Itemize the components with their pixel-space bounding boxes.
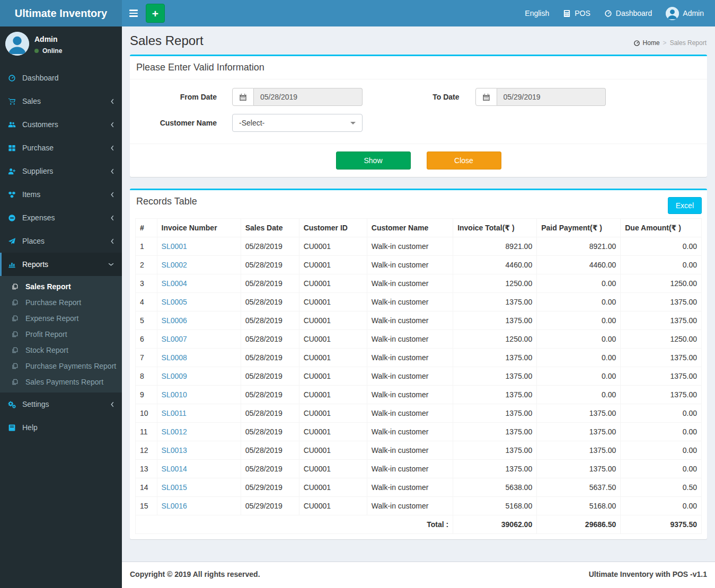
filter-form: From Date To Date (130, 79, 707, 144)
grid-icon (8, 144, 22, 152)
footer-copyright: Copyright © 2019 All rights reserved. (130, 570, 260, 578)
sidebar-item-customers[interactable]: Customers (0, 113, 122, 136)
dashboard-link[interactable]: Dashboard (597, 0, 659, 26)
table-cell: 1375.00 (621, 293, 702, 311)
table-total-row: Total :39062.0029686.509375.50 (136, 515, 702, 534)
invoice-link[interactable]: SL0006 (162, 316, 187, 325)
sidebar-subitem-label: Sales Payments Report (25, 378, 103, 386)
table-cell: 05/28/2019 (241, 460, 299, 478)
table-cell: 05/28/2019 (241, 386, 299, 404)
sidebar-subitem-profit-report[interactable]: Profit Report (0, 326, 122, 342)
sidebar-item-suppliers[interactable]: Suppliers (0, 159, 122, 183)
table-cell: CU0001 (299, 349, 367, 367)
table-cell: 8921.00 (453, 237, 537, 256)
invoice-link[interactable]: SL0009 (162, 372, 187, 380)
sidebar-item-label: Help (22, 423, 114, 432)
sidebar-item-reports[interactable]: Reports (0, 253, 122, 276)
table-cell: 0.00 (621, 423, 702, 441)
chevron-left-icon (110, 191, 114, 198)
sidebar-item-items[interactable]: Items (0, 183, 122, 206)
column-header-customer-id: Customer ID (299, 219, 367, 237)
row-index-cell: 3 (136, 274, 157, 293)
invoice-link[interactable]: SL0008 (162, 353, 187, 362)
sidebar-menu: DashboardSalesCustomersPurchaseSuppliers… (0, 66, 122, 439)
sidebar-subitem-stock-report[interactable]: Stock Report (0, 342, 122, 358)
table-cell: SL0014 (157, 460, 241, 478)
table-row: 12SL001305/28/2019CU0001Walk-in customer… (136, 441, 702, 460)
breadcrumb: Home > Sales Report (633, 39, 707, 47)
dashboard-label: Dashboard (616, 9, 652, 17)
invoice-link[interactable]: SL0012 (162, 427, 187, 436)
to-date-input[interactable] (497, 88, 606, 106)
sidebar-item-expenses[interactable]: Expenses (0, 206, 122, 229)
pos-link[interactable]: POS (556, 0, 597, 26)
calendar-icon[interactable] (232, 88, 254, 106)
table-cell: 1375.00 (453, 386, 537, 404)
invoice-link[interactable]: SL0016 (162, 502, 187, 510)
table-cell: 0.00 (621, 256, 702, 274)
invoice-link[interactable]: SL0002 (162, 261, 187, 269)
invoice-link[interactable]: SL0015 (162, 483, 187, 492)
invoice-link[interactable]: SL0001 (162, 242, 187, 251)
table-row: 1SL000105/28/2019CU0001Walk-in customer8… (136, 237, 702, 256)
table-cell: 1250.00 (453, 274, 537, 293)
row-index-cell: 4 (136, 293, 157, 311)
sidebar-toggle-button[interactable] (122, 0, 145, 26)
language-menu[interactable]: English (518, 0, 556, 26)
invoice-link[interactable]: SL0014 (162, 465, 187, 473)
table-cell: 1375.00 (453, 460, 537, 478)
invoice-link[interactable]: SL0013 (162, 446, 187, 455)
sidebar-item-places[interactable]: Places (0, 229, 122, 253)
table-cell: 1375.00 (537, 423, 621, 441)
invoice-link[interactable]: SL0011 (162, 409, 187, 417)
row-index-cell: 9 (136, 386, 157, 404)
table-row: 8SL000905/28/2019CU0001Walk-in customer1… (136, 367, 702, 386)
sidebar-subitem-label: Expense Report (25, 314, 78, 323)
quick-add-button[interactable]: + (146, 4, 165, 23)
table-cell: 5168.00 (453, 497, 537, 515)
from-date-input[interactable] (254, 88, 363, 106)
sidebar-item-help[interactable]: Help (0, 416, 122, 439)
calendar-icon[interactable] (475, 88, 497, 106)
invoice-link[interactable]: SL0010 (162, 390, 187, 399)
breadcrumb-home-link[interactable]: Home (633, 39, 660, 47)
table-cell: SL0016 (157, 497, 241, 515)
brand-logo[interactable]: Ultimate Inventory (0, 0, 122, 26)
sidebar-item-sales[interactable]: Sales (0, 90, 122, 113)
table-cell: 1375.00 (453, 441, 537, 460)
avatar (5, 32, 29, 56)
sidebar-subitem-sales-report[interactable]: Sales Report (0, 279, 122, 295)
table-cell: SL0009 (157, 367, 241, 386)
user-menu[interactable]: Admin (659, 0, 711, 26)
sidebar-item-settings[interactable]: Settings (0, 393, 122, 416)
chevron-left-icon (110, 168, 114, 175)
row-index-cell: 14 (136, 478, 157, 497)
sidebar-subitem-purchase-report[interactable]: Purchase Report (0, 295, 122, 310)
excel-export-button[interactable]: Excel (668, 197, 702, 214)
table-cell: Walk-in customer (367, 237, 453, 256)
filter-panel: Please Enter Valid Information From Date… (130, 55, 707, 177)
table-cell: 1250.00 (621, 330, 702, 349)
table-cell: CU0001 (299, 478, 367, 497)
sidebar-subitem-purchase-payments-report[interactable]: Purchase Payments Report (0, 358, 122, 374)
sidebar-item-dashboard[interactable]: Dashboard (0, 66, 122, 90)
sidebar-item-purchase[interactable]: Purchase (0, 136, 122, 159)
table-cell: 1250.00 (621, 274, 702, 293)
records-table-container: #Invoice NumberSales DateCustomer IDCust… (130, 213, 707, 539)
show-button[interactable]: Show (336, 152, 411, 170)
table-cell: 0.00 (537, 274, 621, 293)
sidebar-item-label: Dashboard (22, 74, 114, 82)
calculator-icon (563, 10, 571, 17)
sidebar-subitem-sales-payments-report[interactable]: Sales Payments Report (0, 374, 122, 390)
customer-name-select[interactable]: -Select- (232, 114, 363, 132)
table-cell: 05/28/2019 (241, 330, 299, 349)
close-button[interactable]: Close (427, 152, 501, 170)
sidebar-subitem-label: Purchase Payments Report (25, 362, 116, 370)
invoice-link[interactable]: SL0004 (162, 279, 187, 288)
sidebar-subitem-expense-report[interactable]: Expense Report (0, 310, 122, 326)
user-name: Admin (34, 35, 62, 43)
bar-chart-icon (8, 261, 22, 269)
invoice-link[interactable]: SL0007 (162, 335, 187, 343)
table-row: 5SL000605/28/2019CU0001Walk-in customer1… (136, 311, 702, 330)
invoice-link[interactable]: SL0005 (162, 298, 187, 306)
